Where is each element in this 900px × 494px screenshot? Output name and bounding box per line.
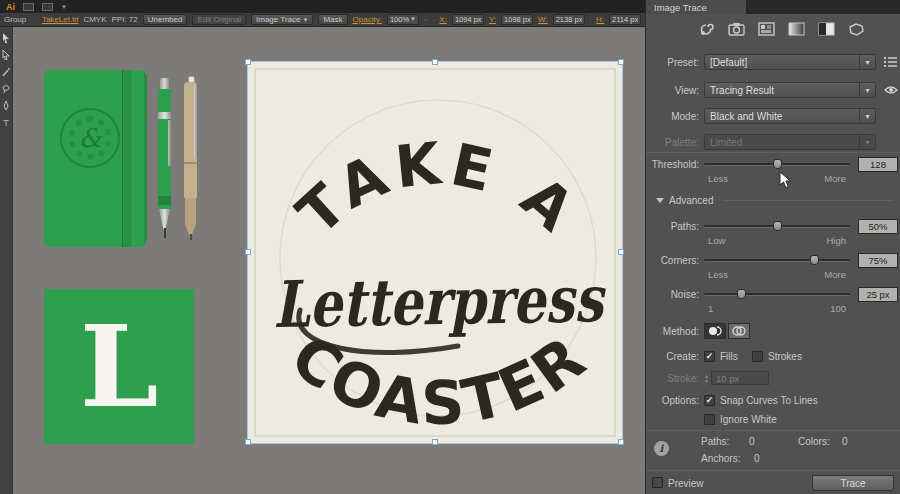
ignore-white-row: Ignore White <box>646 411 900 427</box>
reference-point-icon[interactable] <box>433 15 434 25</box>
kraft-pen-artwork[interactable] <box>183 76 199 240</box>
chevron-down-icon: ▼ <box>859 55 875 69</box>
selection-handle-e[interactable] <box>618 249 624 255</box>
mask-button[interactable]: Mask <box>318 14 347 25</box>
corners-slider[interactable] <box>704 252 850 268</box>
control-bar: Group TakeLet.tif CMYK PPI: 72 Unembed E… <box>0 13 645 27</box>
preset-value: [Default] <box>705 57 859 68</box>
h-field[interactable]: 2114 px <box>609 14 641 25</box>
direct-selection-tool-icon[interactable] <box>2 50 10 60</box>
corners-row: Corners: 75% <box>646 252 900 268</box>
view-dropdown[interactable]: Tracing Result ▼ <box>704 82 876 98</box>
auto-color-preset-icon[interactable] <box>698 22 715 36</box>
selection-handle-w[interactable] <box>245 249 251 255</box>
eye-icon[interactable] <box>884 85 898 95</box>
preview-checkbox[interactable] <box>652 477 663 488</box>
mode-label: Mode: <box>646 111 699 122</box>
w-field[interactable]: 2138 px <box>553 14 585 25</box>
threshold-value-box[interactable]: 128 <box>858 157 898 172</box>
edit-original-button: Edit Original <box>192 14 246 25</box>
link-dimensions-icon[interactable] <box>590 16 591 24</box>
trace-button[interactable]: Trace <box>812 475 894 491</box>
bridge-icon[interactable] <box>23 3 34 11</box>
corners-value-box[interactable]: 75% <box>858 253 898 268</box>
notebook-emboss-circle: & <box>60 108 120 168</box>
mode-dropdown[interactable]: Black and White ▼ <box>704 108 876 124</box>
advanced-label: Advanced <box>669 195 713 206</box>
x-label[interactable]: X: <box>439 15 447 24</box>
fills-checkbox[interactable] <box>704 351 715 362</box>
paths-slider-thumb[interactable] <box>773 221 782 231</box>
corners-max-label: More <box>824 269 846 280</box>
threshold-min-label: Less <box>708 173 728 184</box>
lasso-tool-icon[interactable] <box>2 84 10 94</box>
coaster-lettering: TAKE A Letterpress COASTER <box>248 62 622 443</box>
preset-menu-icon[interactable] <box>884 56 897 68</box>
h-label[interactable]: H: <box>596 15 604 24</box>
ignore-white-checkbox[interactable] <box>704 414 715 425</box>
preview-label: Preview <box>668 478 704 489</box>
noise-slider[interactable] <box>704 286 850 302</box>
y-field[interactable]: 1098 px <box>501 14 533 25</box>
advanced-section-header[interactable]: Advanced <box>656 194 894 207</box>
fills-label: Fills <box>720 351 738 362</box>
mouse-cursor <box>779 171 793 189</box>
mode-value: Black and White <box>705 111 859 122</box>
paths-value-box[interactable]: 50% <box>858 219 898 234</box>
x-field[interactable]: 1094 px <box>452 14 484 25</box>
strokes-label: Strokes <box>768 351 802 362</box>
placed-image-coaster-scan[interactable]: TAKE A Letterpress COASTER <box>248 62 622 443</box>
info-anchors-value: 0 <box>754 453 760 464</box>
svg-text:T: T <box>3 118 9 128</box>
chevron-down-icon: ▼ <box>410 15 416 24</box>
noise-slider-thumb[interactable] <box>737 289 746 299</box>
preset-dropdown[interactable]: [Default] ▼ <box>704 54 876 70</box>
selection-handle-sw[interactable] <box>245 439 251 445</box>
green-logo-square-artwork[interactable]: L <box>44 289 194 444</box>
chevron-down-icon: ▼ <box>859 83 875 97</box>
opacity-value-field[interactable]: 100% ▼ <box>387 14 419 25</box>
linked-file-link[interactable]: TakeLet.tif <box>42 15 78 24</box>
corners-slider-thumb[interactable] <box>810 255 819 265</box>
paths-slider[interactable] <box>704 218 850 234</box>
method-abutting-button[interactable] <box>704 323 726 339</box>
green-notebook-artwork[interactable]: & <box>44 70 147 247</box>
paths-min-label: Low <box>708 235 725 246</box>
strokes-checkbox[interactable] <box>752 351 763 362</box>
y-label[interactable]: Y: <box>489 15 496 24</box>
type-tool-icon[interactable]: T <box>2 118 10 128</box>
selection-tool-icon[interactable] <box>2 33 10 43</box>
image-trace-panel-tab[interactable]: Image Trace <box>646 0 746 14</box>
magic-wand-tool-icon[interactable] <box>2 67 10 77</box>
method-overlapping-button[interactable] <box>728 323 750 339</box>
corners-label: Corners: <box>646 255 699 266</box>
threshold-slider-thumb[interactable] <box>773 159 782 169</box>
high-color-preset-icon[interactable] <box>728 22 745 36</box>
selection-handle-s[interactable] <box>432 439 438 445</box>
ppi-label: PPI: 72 <box>112 15 138 24</box>
arrange-documents-icon[interactable] <box>42 3 53 11</box>
grayscale-preset-icon[interactable] <box>788 22 805 36</box>
selection-handle-nw[interactable] <box>245 59 251 65</box>
low-color-preset-icon[interactable] <box>758 22 775 36</box>
pen-tool-icon[interactable] <box>2 101 10 111</box>
selection-handle-n[interactable] <box>432 59 438 65</box>
green-mechanical-pencil-artwork[interactable] <box>157 78 172 240</box>
snap-curves-checkbox[interactable] <box>704 395 715 406</box>
threshold-slider[interactable] <box>704 156 850 172</box>
stroke-stepper: ▲▼ <box>704 374 709 383</box>
selection-handle-se[interactable] <box>618 439 624 445</box>
noise-value-box[interactable]: 25 px <box>858 287 898 302</box>
w-label[interactable]: W: <box>538 15 548 24</box>
unembed-button[interactable]: Unembed <box>143 14 188 25</box>
image-trace-button[interactable]: Image Trace ▼ <box>251 14 313 25</box>
black-and-white-preset-icon[interactable] <box>818 22 835 36</box>
outline-preset-icon[interactable] <box>848 22 865 36</box>
align-icons-group[interactable] <box>424 15 428 25</box>
info-anchors-label: Anchors: <box>701 453 740 464</box>
opacity-link[interactable]: Opacity: <box>353 15 382 24</box>
opacity-value: 100% <box>390 15 409 24</box>
info-colors-label: Colors: <box>798 436 830 447</box>
illustrator-logo: Ai <box>6 2 15 12</box>
selection-handle-ne[interactable] <box>618 59 624 65</box>
